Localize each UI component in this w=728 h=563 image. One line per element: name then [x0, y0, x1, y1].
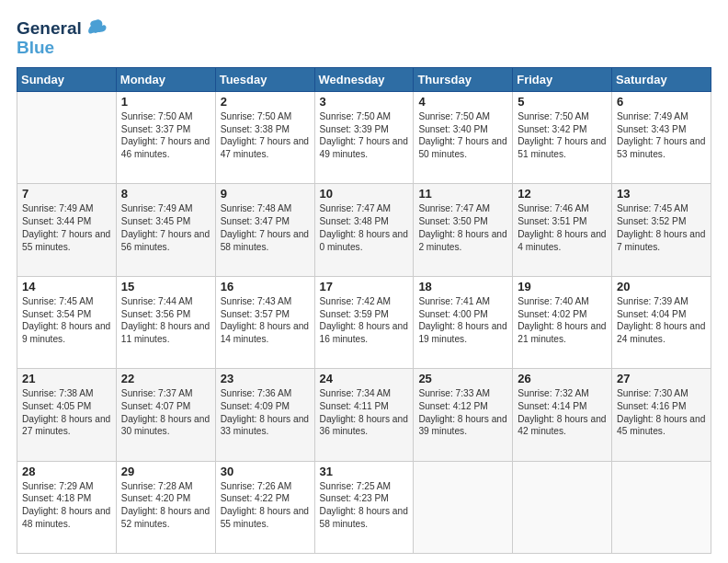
- cell-info: Sunrise: 7:49 AMSunset: 3:45 PMDaylight:…: [121, 202, 210, 253]
- cell-info: Sunrise: 7:28 AMSunset: 4:20 PMDaylight:…: [121, 480, 210, 531]
- cell-info: Sunrise: 7:34 AMSunset: 4:11 PMDaylight:…: [320, 387, 409, 438]
- day-number: 24: [320, 372, 409, 385]
- calendar-cell: 8Sunrise: 7:49 AMSunset: 3:45 PMDaylight…: [116, 184, 215, 276]
- day-number: 30: [221, 465, 310, 478]
- day-number: 10: [320, 187, 409, 201]
- cell-info: Sunrise: 7:45 AMSunset: 3:54 PMDaylight:…: [22, 295, 111, 346]
- day-number: 25: [418, 372, 507, 385]
- day-number: 26: [518, 372, 607, 385]
- header-row: Sunday Monday Tuesday Wednesday Thursday…: [17, 67, 711, 91]
- cell-info: Sunrise: 7:50 AMSunset: 3:42 PMDaylight:…: [518, 110, 607, 161]
- day-number: 7: [22, 187, 111, 201]
- col-sunday: Sunday: [17, 67, 117, 91]
- cell-info: Sunrise: 7:41 AMSunset: 4:00 PMDaylight:…: [418, 295, 507, 346]
- calendar-cell: 16Sunrise: 7:43 AMSunset: 3:57 PMDayligh…: [215, 276, 314, 368]
- calendar-cell: 12Sunrise: 7:46 AMSunset: 3:51 PMDayligh…: [513, 184, 612, 276]
- calendar-table: Sunday Monday Tuesday Wednesday Thursday…: [17, 67, 711, 554]
- calendar-cell: 24Sunrise: 7:34 AMSunset: 4:11 PMDayligh…: [314, 369, 414, 461]
- col-friday: Friday: [513, 67, 612, 91]
- day-number: 12: [518, 187, 607, 201]
- day-number: 15: [121, 280, 210, 293]
- col-thursday: Thursday: [414, 67, 513, 91]
- day-number: 1: [121, 95, 210, 109]
- calendar-cell: 31Sunrise: 7:25 AMSunset: 4:23 PMDayligh…: [314, 461, 414, 553]
- day-number: 20: [617, 280, 706, 293]
- day-number: 8: [121, 187, 210, 201]
- cell-info: Sunrise: 7:47 AMSunset: 3:50 PMDaylight:…: [418, 202, 507, 253]
- cell-info: Sunrise: 7:43 AMSunset: 3:57 PMDaylight:…: [221, 295, 310, 346]
- week-row-2: 7Sunrise: 7:49 AMSunset: 3:44 PMDaylight…: [17, 184, 711, 276]
- cell-info: Sunrise: 7:47 AMSunset: 3:48 PMDaylight:…: [320, 202, 409, 253]
- calendar-cell: 15Sunrise: 7:44 AMSunset: 3:56 PMDayligh…: [116, 276, 215, 368]
- logo-bird-icon: [84, 17, 108, 40]
- calendar-cell: 20Sunrise: 7:39 AMSunset: 4:04 PMDayligh…: [612, 276, 711, 368]
- calendar-cell: 26Sunrise: 7:32 AMSunset: 4:14 PMDayligh…: [513, 369, 612, 461]
- calendar-cell: 14Sunrise: 7:45 AMSunset: 3:54 PMDayligh…: [17, 276, 117, 368]
- cell-info: Sunrise: 7:40 AMSunset: 4:02 PMDaylight:…: [518, 295, 607, 346]
- calendar-cell: 19Sunrise: 7:40 AMSunset: 4:02 PMDayligh…: [513, 276, 612, 368]
- day-number: 14: [22, 280, 111, 293]
- cell-info: Sunrise: 7:49 AMSunset: 3:43 PMDaylight:…: [617, 110, 706, 161]
- cell-info: Sunrise: 7:26 AMSunset: 4:22 PMDaylight:…: [221, 480, 310, 531]
- calendar-cell: 21Sunrise: 7:38 AMSunset: 4:05 PMDayligh…: [17, 369, 117, 461]
- week-row-4: 21Sunrise: 7:38 AMSunset: 4:05 PMDayligh…: [17, 369, 711, 461]
- calendar-cell: 29Sunrise: 7:28 AMSunset: 4:20 PMDayligh…: [116, 461, 215, 553]
- calendar-cell: [414, 461, 513, 553]
- calendar-cell: 6Sunrise: 7:49 AMSunset: 3:43 PMDaylight…: [612, 91, 711, 183]
- cell-info: Sunrise: 7:29 AMSunset: 4:18 PMDaylight:…: [22, 480, 111, 531]
- calendar-cell: 2Sunrise: 7:50 AMSunset: 3:38 PMDaylight…: [215, 91, 314, 183]
- week-row-3: 14Sunrise: 7:45 AMSunset: 3:54 PMDayligh…: [17, 276, 711, 368]
- cell-info: Sunrise: 7:32 AMSunset: 4:14 PMDaylight:…: [518, 387, 607, 438]
- header: General Blue: [17, 17, 711, 58]
- day-number: 28: [22, 465, 111, 478]
- col-saturday: Saturday: [612, 67, 711, 91]
- day-number: 18: [418, 280, 507, 293]
- cell-info: Sunrise: 7:33 AMSunset: 4:12 PMDaylight:…: [418, 387, 507, 438]
- logo-blue: Blue: [17, 39, 108, 58]
- cell-info: Sunrise: 7:39 AMSunset: 4:04 PMDaylight:…: [617, 295, 706, 346]
- col-wednesday: Wednesday: [314, 67, 414, 91]
- cell-info: Sunrise: 7:38 AMSunset: 4:05 PMDaylight:…: [22, 387, 111, 438]
- calendar-cell: [17, 91, 117, 183]
- cell-info: Sunrise: 7:50 AMSunset: 3:39 PMDaylight:…: [320, 110, 409, 161]
- day-number: 9: [221, 187, 310, 201]
- day-number: 27: [617, 372, 706, 385]
- cell-info: Sunrise: 7:50 AMSunset: 3:38 PMDaylight:…: [221, 110, 310, 161]
- calendar-cell: 25Sunrise: 7:33 AMSunset: 4:12 PMDayligh…: [414, 369, 513, 461]
- calendar-cell: 13Sunrise: 7:45 AMSunset: 3:52 PMDayligh…: [612, 184, 711, 276]
- week-row-1: 1Sunrise: 7:50 AMSunset: 3:37 PMDaylight…: [17, 91, 711, 183]
- cell-info: Sunrise: 7:50 AMSunset: 3:37 PMDaylight:…: [121, 110, 210, 161]
- day-number: 2: [221, 95, 310, 109]
- calendar-cell: 28Sunrise: 7:29 AMSunset: 4:18 PMDayligh…: [17, 461, 117, 553]
- day-number: 21: [22, 372, 111, 385]
- logo-text: General: [17, 18, 82, 39]
- calendar-cell: 4Sunrise: 7:50 AMSunset: 3:40 PMDaylight…: [414, 91, 513, 183]
- calendar-cell: 18Sunrise: 7:41 AMSunset: 4:00 PMDayligh…: [414, 276, 513, 368]
- calendar-cell: 27Sunrise: 7:30 AMSunset: 4:16 PMDayligh…: [612, 369, 711, 461]
- calendar-cell: 3Sunrise: 7:50 AMSunset: 3:39 PMDaylight…: [314, 91, 414, 183]
- day-number: 29: [121, 465, 210, 478]
- calendar-cell: 30Sunrise: 7:26 AMSunset: 4:22 PMDayligh…: [215, 461, 314, 553]
- calendar-cell: [513, 461, 612, 553]
- cell-info: Sunrise: 7:49 AMSunset: 3:44 PMDaylight:…: [22, 202, 111, 253]
- calendar-cell: 23Sunrise: 7:36 AMSunset: 4:09 PMDayligh…: [215, 369, 314, 461]
- cell-info: Sunrise: 7:25 AMSunset: 4:23 PMDaylight:…: [320, 480, 409, 531]
- calendar-cell: 5Sunrise: 7:50 AMSunset: 3:42 PMDaylight…: [513, 91, 612, 183]
- cell-info: Sunrise: 7:44 AMSunset: 3:56 PMDaylight:…: [121, 295, 210, 346]
- day-number: 16: [221, 280, 310, 293]
- day-number: 5: [518, 95, 607, 109]
- calendar-cell: 10Sunrise: 7:47 AMSunset: 3:48 PMDayligh…: [314, 184, 414, 276]
- calendar-cell: 17Sunrise: 7:42 AMSunset: 3:59 PMDayligh…: [314, 276, 414, 368]
- day-number: 31: [320, 465, 409, 478]
- calendar-cell: 1Sunrise: 7:50 AMSunset: 3:37 PMDaylight…: [116, 91, 215, 183]
- day-number: 23: [221, 372, 310, 385]
- calendar-cell: 9Sunrise: 7:48 AMSunset: 3:47 PMDaylight…: [215, 184, 314, 276]
- day-number: 4: [418, 95, 507, 109]
- col-tuesday: Tuesday: [215, 67, 314, 91]
- week-row-5: 28Sunrise: 7:29 AMSunset: 4:18 PMDayligh…: [17, 461, 711, 553]
- day-number: 6: [617, 95, 706, 109]
- col-monday: Monday: [116, 67, 215, 91]
- cell-info: Sunrise: 7:30 AMSunset: 4:16 PMDaylight:…: [617, 387, 706, 438]
- day-number: 22: [121, 372, 210, 385]
- day-number: 17: [320, 280, 409, 293]
